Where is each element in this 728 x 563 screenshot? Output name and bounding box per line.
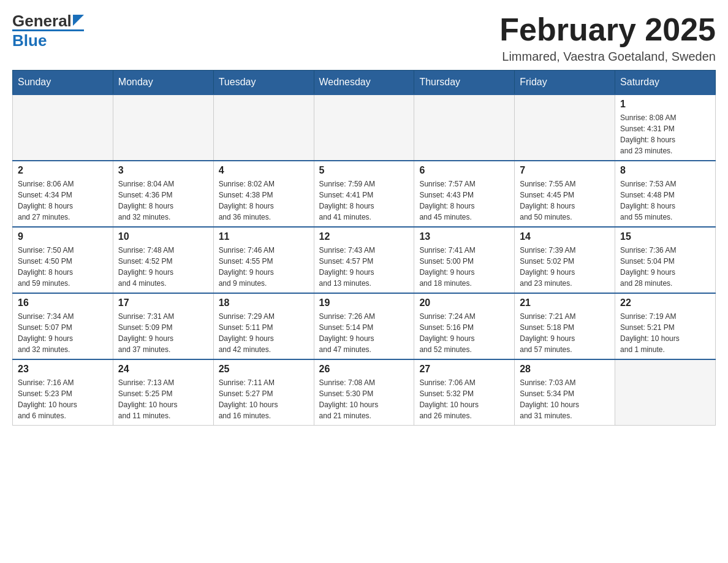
calendar-cell: 18Sunrise: 7:29 AM Sunset: 5:11 PM Dayli… xyxy=(213,293,314,359)
day-info: Sunrise: 7:57 AM Sunset: 4:43 PM Dayligh… xyxy=(419,178,509,223)
calendar-cell: 16Sunrise: 7:34 AM Sunset: 5:07 PM Dayli… xyxy=(13,293,113,359)
calendar-cell xyxy=(13,94,113,161)
day-info: Sunrise: 7:43 AM Sunset: 4:57 PM Dayligh… xyxy=(319,245,409,289)
day-info: Sunrise: 7:29 AM Sunset: 5:11 PM Dayligh… xyxy=(219,311,309,355)
day-info: Sunrise: 7:08 AM Sunset: 5:30 PM Dayligh… xyxy=(319,377,409,421)
calendar-cell xyxy=(213,94,314,161)
logo-top: General xyxy=(12,12,84,29)
logo: General Blue xyxy=(12,12,84,48)
calendar-table: Sunday Monday Tuesday Wednesday Thursday… xyxy=(12,70,716,426)
day-number: 24 xyxy=(118,364,208,375)
week-row-3: 9Sunrise: 7:50 AM Sunset: 4:50 PM Daylig… xyxy=(13,227,716,293)
day-info: Sunrise: 7:59 AM Sunset: 4:41 PM Dayligh… xyxy=(319,178,409,223)
col-friday: Friday xyxy=(515,71,615,95)
day-info: Sunrise: 8:02 AM Sunset: 4:38 PM Dayligh… xyxy=(219,178,309,223)
calendar-cell: 25Sunrise: 7:11 AM Sunset: 5:27 PM Dayli… xyxy=(213,359,314,426)
day-info: Sunrise: 8:04 AM Sunset: 4:36 PM Dayligh… xyxy=(118,178,208,223)
week-row-4: 16Sunrise: 7:34 AM Sunset: 5:07 PM Dayli… xyxy=(13,293,716,359)
day-info: Sunrise: 7:06 AM Sunset: 5:32 PM Dayligh… xyxy=(419,377,509,421)
day-number: 10 xyxy=(118,231,208,242)
week-row-5: 23Sunrise: 7:16 AM Sunset: 5:23 PM Dayli… xyxy=(13,359,716,426)
day-number: 14 xyxy=(520,231,610,242)
day-number: 17 xyxy=(118,297,208,308)
weekday-header-row: Sunday Monday Tuesday Wednesday Thursday… xyxy=(13,71,716,95)
day-info: Sunrise: 7:36 AM Sunset: 5:04 PM Dayligh… xyxy=(620,245,710,289)
calendar-cell: 7Sunrise: 7:55 AM Sunset: 4:45 PM Daylig… xyxy=(515,161,615,227)
day-info: Sunrise: 7:50 AM Sunset: 4:50 PM Dayligh… xyxy=(18,245,108,289)
col-thursday: Thursday xyxy=(414,71,515,95)
col-sunday: Sunday xyxy=(13,71,113,95)
day-info: Sunrise: 7:31 AM Sunset: 5:09 PM Dayligh… xyxy=(118,311,208,355)
svg-marker-0 xyxy=(73,15,84,26)
calendar-cell: 9Sunrise: 7:50 AM Sunset: 4:50 PM Daylig… xyxy=(13,227,113,293)
calendar-cell xyxy=(113,94,213,161)
day-number: 28 xyxy=(520,364,610,375)
day-info: Sunrise: 7:48 AM Sunset: 4:52 PM Dayligh… xyxy=(118,245,208,289)
day-info: Sunrise: 7:24 AM Sunset: 5:16 PM Dayligh… xyxy=(419,311,509,355)
calendar-cell: 17Sunrise: 7:31 AM Sunset: 5:09 PM Dayli… xyxy=(113,293,213,359)
col-saturday: Saturday xyxy=(615,71,716,95)
calendar-cell: 10Sunrise: 7:48 AM Sunset: 4:52 PM Dayli… xyxy=(113,227,213,293)
day-number: 1 xyxy=(620,99,710,110)
day-number: 6 xyxy=(419,165,509,176)
calendar-cell: 1Sunrise: 8:08 AM Sunset: 4:31 PM Daylig… xyxy=(615,94,716,161)
calendar-cell: 2Sunrise: 8:06 AM Sunset: 4:34 PM Daylig… xyxy=(13,161,113,227)
day-info: Sunrise: 7:41 AM Sunset: 5:00 PM Dayligh… xyxy=(419,245,509,289)
calendar-cell: 15Sunrise: 7:36 AM Sunset: 5:04 PM Dayli… xyxy=(615,227,716,293)
week-row-1: 1Sunrise: 8:08 AM Sunset: 4:31 PM Daylig… xyxy=(13,94,716,161)
col-tuesday: Tuesday xyxy=(213,71,314,95)
calendar-cell: 20Sunrise: 7:24 AM Sunset: 5:16 PM Dayli… xyxy=(414,293,515,359)
calendar-cell: 23Sunrise: 7:16 AM Sunset: 5:23 PM Dayli… xyxy=(13,359,113,426)
location-text: Limmared, Vaestra Goetaland, Sweden xyxy=(499,50,716,64)
logo-top-text: General xyxy=(12,13,72,29)
calendar-cell: 27Sunrise: 7:06 AM Sunset: 5:32 PM Dayli… xyxy=(414,359,515,426)
day-number: 19 xyxy=(319,297,409,308)
title-block: February 2025 Limmared, Vaestra Goetalan… xyxy=(499,12,716,64)
day-number: 23 xyxy=(18,364,108,375)
day-number: 18 xyxy=(219,297,309,308)
calendar-cell: 21Sunrise: 7:21 AM Sunset: 5:18 PM Dayli… xyxy=(515,293,615,359)
calendar-cell: 4Sunrise: 8:02 AM Sunset: 4:38 PM Daylig… xyxy=(213,161,314,227)
calendar-cell: 22Sunrise: 7:19 AM Sunset: 5:21 PM Dayli… xyxy=(615,293,716,359)
col-wednesday: Wednesday xyxy=(314,71,414,95)
day-info: Sunrise: 7:11 AM Sunset: 5:27 PM Dayligh… xyxy=(219,377,309,421)
day-info: Sunrise: 7:53 AM Sunset: 4:48 PM Dayligh… xyxy=(620,178,710,223)
day-info: Sunrise: 7:21 AM Sunset: 5:18 PM Dayligh… xyxy=(520,311,610,355)
calendar-cell xyxy=(314,94,414,161)
calendar-cell xyxy=(615,359,716,426)
calendar-cell: 12Sunrise: 7:43 AM Sunset: 4:57 PM Dayli… xyxy=(314,227,414,293)
day-info: Sunrise: 7:16 AM Sunset: 5:23 PM Dayligh… xyxy=(18,377,108,421)
day-number: 25 xyxy=(219,364,309,375)
logo-bottom-text: Blue xyxy=(12,29,84,48)
day-number: 3 xyxy=(118,165,208,176)
day-number: 11 xyxy=(219,231,309,242)
day-info: Sunrise: 7:03 AM Sunset: 5:34 PM Dayligh… xyxy=(520,377,610,421)
calendar-cell: 8Sunrise: 7:53 AM Sunset: 4:48 PM Daylig… xyxy=(615,161,716,227)
day-number: 2 xyxy=(18,165,108,176)
day-info: Sunrise: 7:13 AM Sunset: 5:25 PM Dayligh… xyxy=(118,377,208,421)
day-info: Sunrise: 7:55 AM Sunset: 4:45 PM Dayligh… xyxy=(520,178,610,223)
day-info: Sunrise: 7:26 AM Sunset: 5:14 PM Dayligh… xyxy=(319,311,409,355)
logo-arrow-icon xyxy=(73,12,84,28)
day-info: Sunrise: 7:34 AM Sunset: 5:07 PM Dayligh… xyxy=(18,311,108,355)
day-number: 20 xyxy=(419,297,509,308)
day-info: Sunrise: 7:46 AM Sunset: 4:55 PM Dayligh… xyxy=(219,245,309,289)
day-number: 8 xyxy=(620,165,710,176)
day-number: 21 xyxy=(520,297,610,308)
page-header: General Blue February 2025 Limmared, Vae… xyxy=(12,12,716,64)
calendar-cell xyxy=(515,94,615,161)
day-number: 26 xyxy=(319,364,409,375)
day-info: Sunrise: 7:19 AM Sunset: 5:21 PM Dayligh… xyxy=(620,311,710,355)
calendar-cell: 11Sunrise: 7:46 AM Sunset: 4:55 PM Dayli… xyxy=(213,227,314,293)
day-info: Sunrise: 8:08 AM Sunset: 4:31 PM Dayligh… xyxy=(620,112,710,156)
week-row-2: 2Sunrise: 8:06 AM Sunset: 4:34 PM Daylig… xyxy=(13,161,716,227)
calendar-cell: 28Sunrise: 7:03 AM Sunset: 5:34 PM Dayli… xyxy=(515,359,615,426)
calendar-cell: 26Sunrise: 7:08 AM Sunset: 5:30 PM Dayli… xyxy=(314,359,414,426)
calendar-cell: 14Sunrise: 7:39 AM Sunset: 5:02 PM Dayli… xyxy=(515,227,615,293)
day-number: 12 xyxy=(319,231,409,242)
calendar-cell: 19Sunrise: 7:26 AM Sunset: 5:14 PM Dayli… xyxy=(314,293,414,359)
day-number: 4 xyxy=(219,165,309,176)
day-number: 9 xyxy=(18,231,108,242)
day-number: 5 xyxy=(319,165,409,176)
month-title: February 2025 xyxy=(499,12,716,47)
